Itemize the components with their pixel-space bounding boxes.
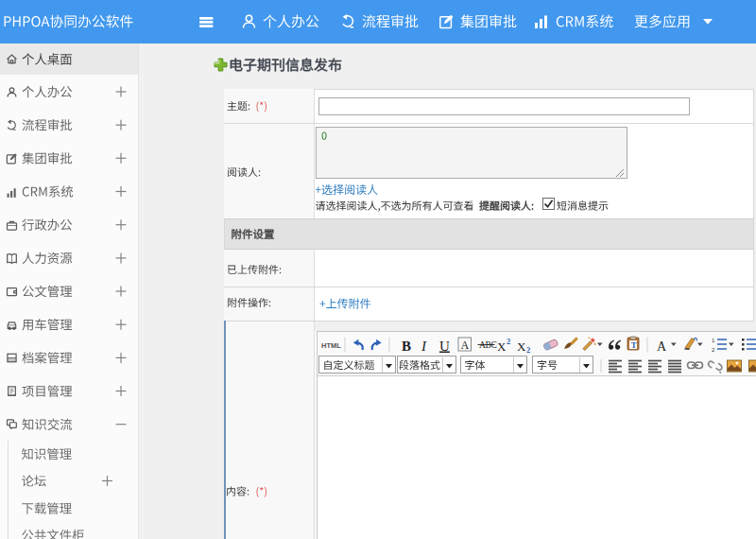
- svg-text:ABC: ABC: [479, 340, 497, 350]
- svg-text:1: 1: [712, 338, 715, 343]
- svg-text:I: I: [421, 339, 427, 354]
- svg-text:A: A: [461, 339, 470, 352]
- svg-text:X: X: [497, 339, 507, 354]
- svg-text:B: B: [402, 339, 411, 354]
- svg-text:X: X: [517, 339, 526, 354]
- svg-text:2: 2: [507, 337, 510, 346]
- svg-text:T: T: [631, 340, 637, 350]
- svg-text:A: A: [657, 339, 667, 354]
- svg-text:2: 2: [526, 345, 530, 355]
- svg-text:HTML: HTML: [321, 341, 341, 350]
- svg-text:2: 2: [712, 347, 715, 353]
- svg-text:U: U: [439, 339, 450, 354]
